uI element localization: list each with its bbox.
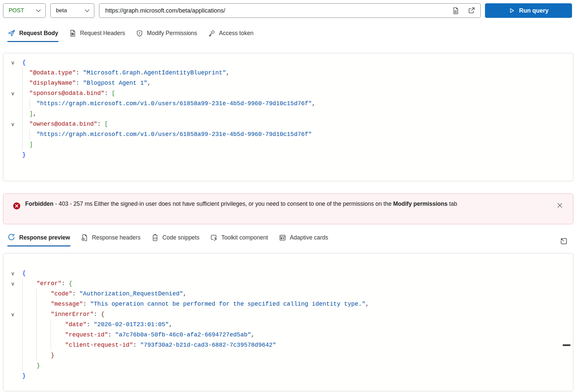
- code-line: ]: [3, 140, 573, 150]
- tab-response-preview[interactable]: Response preview: [7, 232, 71, 246]
- toolkit-icon: [210, 234, 217, 241]
- token-pun: ,: [147, 78, 151, 88]
- token-str: "2026-02-01T23:01:05": [94, 320, 169, 330]
- indent-guide: [22, 78, 29, 88]
- token-pun: :: [62, 279, 69, 289]
- request-url-field[interactable]: https://graph.microsoft.com/beta/applica…: [99, 3, 481, 18]
- request-url-value[interactable]: https://graph.microsoft.com/beta/applica…: [105, 7, 451, 14]
- fold-chevron-icon[interactable]: ∨: [3, 309, 22, 320]
- token-pun: :: [133, 340, 140, 350]
- fold-chevron-icon[interactable]: ∨: [3, 119, 22, 129]
- indent-guide: [22, 88, 29, 99]
- token-pun: :: [104, 88, 112, 99]
- request-body-editor[interactable]: ∨{"@odata.type": "Microsoft.Graph.AgentI…: [3, 53, 573, 181]
- tab-response-headers[interactable]: Response headers: [80, 233, 141, 246]
- code-line: "date": "2026-02-01T23:01:05",: [3, 320, 573, 330]
- run-query-label: Run query: [519, 7, 549, 14]
- token-str: "Blogpost Agent 1": [83, 78, 147, 88]
- gutter: [3, 371, 22, 381]
- token-b2: ]: [29, 109, 33, 119]
- indent-guide: [36, 350, 51, 361]
- gutter: [3, 99, 22, 109]
- preview-arrow-icon: [8, 234, 16, 241]
- share-query-icon[interactable]: [467, 6, 476, 15]
- tab-request-headers[interactable]: Request Headers: [69, 28, 125, 42]
- code-line: "code": "Authorization_RequestDenied",: [3, 289, 573, 299]
- indent-guide: [29, 129, 37, 140]
- code-line: ∨"error": {: [3, 279, 573, 289]
- gutter: [3, 320, 22, 330]
- indent-guide: [36, 320, 51, 330]
- response-preview-editor[interactable]: ∨{∨"error": {"code": "Authorization_Requ…: [3, 253, 573, 391]
- dismiss-banner-button[interactable]: [555, 201, 564, 210]
- token-key: "request-id": [65, 330, 108, 340]
- error-message-text: Forbidden - 403 - 257 ms Either the sign…: [25, 198, 489, 209]
- code-line: }: [3, 350, 573, 361]
- editor-scroll-marker: [563, 344, 570, 346]
- play-icon: [508, 7, 515, 14]
- tab-toolkit-component[interactable]: Toolkit component: [210, 233, 268, 246]
- code-line: }: [3, 371, 573, 381]
- fold-chevron-icon[interactable]: ∨: [3, 279, 22, 289]
- tab-request-body[interactable]: Request Body: [7, 28, 59, 42]
- expand-response-button[interactable]: [559, 236, 569, 246]
- tab-label: Code snippets: [163, 234, 200, 241]
- indent-guide: [22, 119, 29, 129]
- token-pun: :: [94, 309, 101, 320]
- close-icon: [556, 202, 563, 209]
- tab-modify-permissions[interactable]: Modify Permissions: [135, 28, 198, 42]
- tab-adaptive-cards[interactable]: Adaptive cards: [278, 233, 329, 246]
- tab-label: Response headers: [92, 234, 141, 241]
- token-pun: ,: [183, 289, 187, 299]
- token-str: "https://graph.microsoft.com/v1.0/users/…: [36, 129, 312, 140]
- token-pun: ,: [251, 330, 255, 340]
- token-str: "Microsoft.Graph.AgentIdentityBlueprint": [83, 68, 226, 78]
- code-line: }: [3, 150, 573, 160]
- indent-guide: [22, 361, 36, 371]
- token-b1: }: [22, 371, 26, 381]
- indent-guide: [22, 330, 36, 340]
- token-key: "error": [36, 279, 62, 289]
- token-key: "sponsors@odata.bind": [29, 88, 105, 99]
- code-line: ∨"owners@odata.bind": [: [3, 119, 573, 129]
- key-icon: [208, 29, 216, 37]
- http-method-dropdown[interactable]: POST: [3, 3, 46, 18]
- gutter: [3, 68, 22, 78]
- indent-guide: [22, 129, 29, 140]
- gutter: [3, 350, 22, 361]
- tab-label: Toolkit component: [221, 234, 268, 241]
- token-key: "message": [51, 299, 83, 309]
- token-pun: :: [83, 299, 90, 309]
- gutter: [3, 150, 22, 160]
- gutter: [3, 109, 22, 119]
- tab-code-snippets[interactable]: Code snippets: [151, 233, 200, 246]
- token-key: "code": [51, 289, 72, 299]
- code-line: ∨{: [3, 58, 573, 68]
- modify-permissions-bold: Modify permissions: [393, 200, 448, 207]
- indent-guide: [22, 320, 36, 330]
- token-b2: ]: [29, 140, 33, 150]
- sample-queries-document-icon[interactable]: [451, 6, 460, 15]
- token-b1: }: [22, 150, 26, 160]
- send-icon: [8, 29, 16, 37]
- chevron-down-icon: [85, 9, 89, 12]
- token-pun: ,: [33, 109, 36, 119]
- document-icon: [69, 29, 76, 37]
- token-pun: :: [86, 320, 94, 330]
- indent-guide: [22, 340, 36, 350]
- fold-chevron-icon[interactable]: ∨: [3, 268, 22, 279]
- tab-access-token[interactable]: Access token: [208, 28, 254, 42]
- expand-icon: [559, 237, 568, 245]
- indent-guide: [22, 299, 36, 309]
- code-line: "request-id": "a7c76b0a-50fb-46c0-afa2-6…: [3, 330, 573, 340]
- token-str: "This operation cannot be performed for …: [90, 299, 365, 309]
- fold-chevron-icon[interactable]: ∨: [3, 88, 22, 99]
- fold-chevron-icon[interactable]: ∨: [3, 58, 22, 68]
- shield-icon: [136, 29, 143, 37]
- indent-guide: [22, 99, 29, 109]
- code-line: "client-request-id": "793f30a2-b21d-cad3…: [3, 340, 573, 350]
- run-query-button[interactable]: Run query: [485, 3, 572, 18]
- indent-guide: [36, 340, 51, 350]
- api-version-dropdown[interactable]: beta: [50, 3, 94, 18]
- document-badge-icon: [81, 234, 88, 241]
